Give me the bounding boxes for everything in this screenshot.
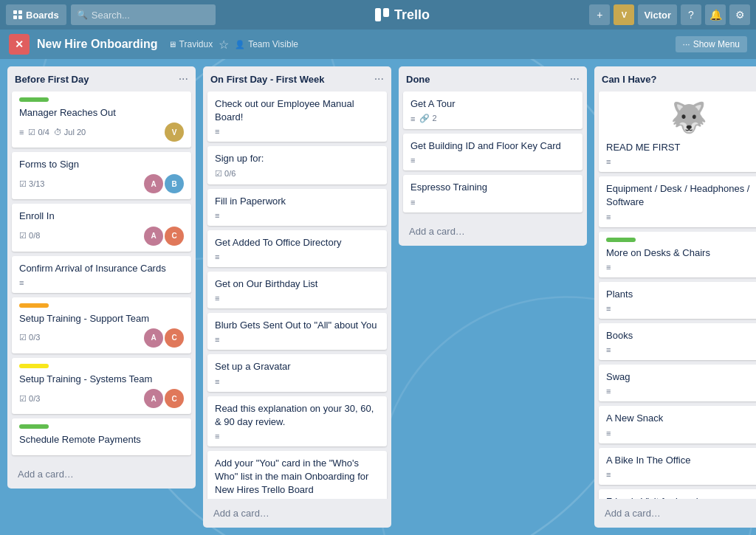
card-title: Plants bbox=[606, 288, 756, 301]
show-menu-label: Show Menu bbox=[693, 39, 740, 49]
column-before-first-day: Before First Day···Manager Reaches Out≡☑… bbox=[7, 66, 196, 489]
column-menu-button[interactable]: ··· bbox=[570, 72, 580, 86]
nav-center: Trello bbox=[220, 7, 585, 23]
search-bar[interactable]: 🔍 bbox=[71, 4, 216, 25]
column-title: Can I Have? bbox=[602, 74, 656, 85]
card-title: Get A Tour bbox=[410, 97, 575, 111]
column-header: Before First Day··· bbox=[7, 66, 196, 92]
card[interactable]: Books≡ bbox=[599, 323, 756, 360]
card-badge: ≡ bbox=[606, 345, 611, 354]
card-badges: ≡☑ 0/4⏱ Jul 20 bbox=[19, 128, 86, 137]
card-badges: ☑ 0/8 bbox=[19, 231, 40, 241]
notifications-button[interactable]: 🔔 bbox=[705, 4, 726, 25]
card[interactable]: Get Building ID and Floor Key Card≡ bbox=[403, 134, 583, 170]
card[interactable]: Enroll In☑ 0/8AC bbox=[12, 204, 191, 251]
card-badges: ≡ bbox=[215, 432, 219, 441]
card[interactable]: Plants≡ bbox=[599, 282, 756, 319]
card-meta: ≡ bbox=[606, 304, 756, 313]
card[interactable]: Set up a Gravatar≡ bbox=[207, 354, 387, 391]
card[interactable]: Get A Tour≡🔗 2 bbox=[403, 92, 583, 129]
column-header: Done··· bbox=[399, 66, 587, 92]
column-title: On First Day - First Week bbox=[210, 74, 324, 85]
column-menu-button[interactable]: ··· bbox=[179, 72, 188, 86]
card-title: Blurb Gets Sent Out to "All" about You bbox=[215, 319, 379, 332]
card-badges: ≡ bbox=[410, 198, 415, 207]
card[interactable]: Add your "You" card in the "Who's Who" l… bbox=[207, 451, 387, 499]
card-badge: ≡ bbox=[606, 470, 611, 479]
star-icon[interactable]: ☆ bbox=[219, 38, 229, 52]
card[interactable]: Fill in Paperwork≡ bbox=[207, 189, 387, 226]
card[interactable]: Check out our Employee Manual Board!≡ bbox=[207, 92, 387, 142]
card[interactable]: 🐺READ ME FIRST≡ bbox=[599, 92, 756, 172]
card[interactable]: Swag≡ bbox=[599, 365, 756, 401]
card[interactable]: Schedule Remote Payments bbox=[12, 418, 191, 455]
card-title: Fill in Paperwork bbox=[215, 195, 379, 208]
card-badge: ⏱ Jul 20 bbox=[54, 128, 86, 137]
card-meta: ≡ bbox=[606, 157, 756, 166]
trello-logo-icon bbox=[375, 8, 391, 21]
card[interactable]: Setup Training - Support Team☑ 0/3AC bbox=[12, 297, 191, 353]
card-meta: ≡🔗 2 bbox=[410, 114, 575, 123]
add-card-button[interactable]: Add a card… bbox=[403, 221, 583, 241]
help-icon: ? bbox=[688, 9, 694, 21]
add-card-button[interactable]: Add a card… bbox=[207, 503, 387, 523]
column-footer: Add a card… bbox=[594, 499, 756, 528]
visibility-item[interactable]: 👤 Team Visible bbox=[235, 39, 298, 49]
card-badge: ≡ bbox=[606, 157, 611, 166]
card[interactable]: Blurb Gets Sent Out to "All" about You≡ bbox=[207, 313, 387, 350]
card[interactable]: Get Added To Office Directory≡ bbox=[207, 230, 387, 267]
card-badge: 🔗 2 bbox=[419, 114, 436, 123]
add-card-button[interactable]: Add a card… bbox=[599, 503, 756, 523]
card[interactable]: More on Desks & Chairs≡ bbox=[599, 232, 756, 277]
card[interactable]: Sign up for:☑ 0/6 bbox=[207, 146, 387, 184]
card-title: Setup Training - Systems Team bbox=[19, 373, 184, 386]
board-body: Before First Day···Manager Reaches Out≡☑… bbox=[0, 59, 756, 535]
board-title: New Hire Onboarding bbox=[37, 38, 158, 51]
column-footer: Add a card… bbox=[203, 499, 391, 528]
card[interactable]: Espresso Training≡ bbox=[403, 175, 583, 212]
column-done: Done···Get A Tour≡🔗 2Get Building ID and… bbox=[399, 66, 587, 246]
user-menu-button[interactable]: Victor bbox=[638, 4, 677, 25]
help-button[interactable]: ? bbox=[681, 4, 701, 25]
card-meta: ≡ bbox=[215, 252, 379, 261]
card-title: Confirm Arrival of Insurance Cards bbox=[19, 262, 184, 275]
card[interactable]: Manager Reaches Out≡☑ 0/4⏱ Jul 20V bbox=[12, 92, 191, 148]
card[interactable]: Equipment / Desk / Headphones / Software… bbox=[599, 176, 756, 227]
search-input[interactable] bbox=[92, 10, 210, 21]
column-header: Can I Have?··· bbox=[594, 66, 756, 92]
card[interactable]: Confirm Arrival of Insurance Cards≡ bbox=[12, 256, 191, 293]
board-meta: 🖥 Travidux ☆ 👤 Team Visible bbox=[168, 38, 298, 52]
card-meta: ≡ bbox=[215, 211, 379, 220]
card[interactable]: Setup Training - Systems Team☑ 0/3AC bbox=[12, 358, 191, 414]
workspace-item[interactable]: 🖥 Travidux bbox=[168, 39, 213, 49]
column-cards: Check out our Employee Manual Board!≡Sig… bbox=[203, 92, 391, 499]
card-badge: ☑ 0/8 bbox=[19, 231, 40, 241]
card[interactable]: A New Snack≡ bbox=[599, 406, 756, 443]
card-meta: ☑ 0/8AC bbox=[19, 227, 184, 246]
card-badges: ≡ bbox=[410, 156, 415, 165]
card-meta: ≡ bbox=[215, 335, 379, 344]
card-badge: ≡ bbox=[19, 128, 24, 137]
trello-logo-text: Trello bbox=[394, 7, 430, 23]
team-icon: 👤 bbox=[235, 40, 245, 49]
card[interactable]: Forms to Sign☑ 3/13AB bbox=[12, 152, 191, 199]
add-card-button[interactable]: Add a card… bbox=[12, 464, 191, 484]
card-avatars: AC bbox=[144, 389, 184, 408]
card[interactable]: Read this explanation on your 30, 60, & … bbox=[207, 396, 387, 446]
card[interactable]: Friends Visit for Lunch bbox=[599, 489, 756, 499]
card[interactable]: A Bike In The Office≡ bbox=[599, 448, 756, 485]
card-title: Forms to Sign bbox=[19, 158, 184, 171]
column-cards: Manager Reaches Out≡☑ 0/4⏱ Jul 20VForms … bbox=[7, 92, 196, 460]
top-nav: Boards 🔍 Trello + V Victor ? 🔔 ⚙ bbox=[0, 0, 756, 30]
card-badge: ☑ 3/13 bbox=[19, 179, 44, 189]
card[interactable]: Get on Our Birthday List≡ bbox=[207, 272, 387, 308]
add-button[interactable]: + bbox=[589, 4, 610, 25]
card-badge: ☑ 0/4 bbox=[28, 128, 49, 137]
card-title: Add your "You" card in the "Who's Who" l… bbox=[215, 457, 379, 497]
settings-button[interactable]: ⚙ bbox=[729, 4, 750, 25]
card-avatar: C bbox=[165, 389, 184, 408]
column-menu-button[interactable]: ··· bbox=[374, 72, 384, 86]
boards-button[interactable]: Boards bbox=[6, 4, 66, 25]
card-badge: ☑ 0/6 bbox=[215, 169, 236, 179]
show-menu-button[interactable]: ··· Show Menu bbox=[676, 36, 747, 52]
